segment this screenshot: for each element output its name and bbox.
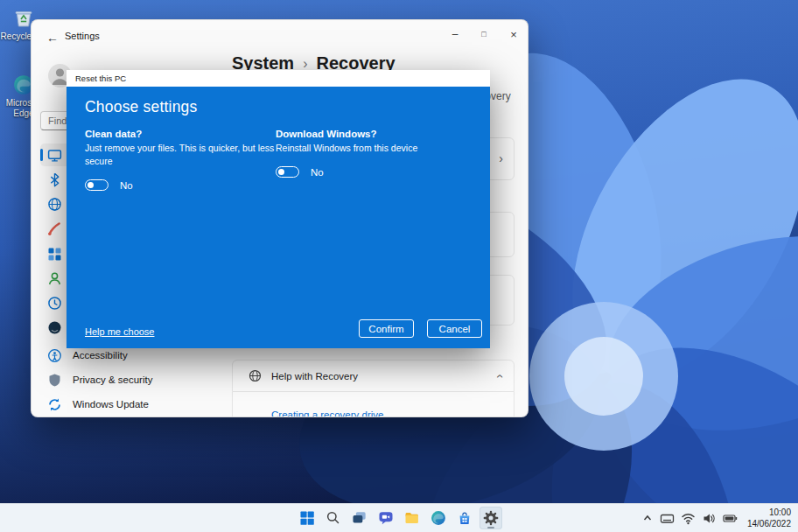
- folder-icon: [403, 509, 421, 527]
- chevron-right-icon: ›: [499, 150, 503, 164]
- start-button[interactable]: [296, 507, 318, 529]
- sidebar-item-label: Accessibility: [73, 350, 128, 360]
- gear-icon: [482, 509, 500, 527]
- chat-button[interactable]: [374, 507, 397, 529]
- help-expander-header[interactable]: Help with Recovery ›: [232, 360, 514, 392]
- toggle-value: No: [311, 167, 324, 178]
- help-expander-body: Creating a recovery drive: [232, 392, 514, 417]
- store-icon: [456, 509, 473, 527]
- close-icon: ×: [510, 28, 517, 41]
- apps-grid-icon: [46, 246, 62, 262]
- globe-icon: [46, 196, 62, 212]
- minimize-icon: –: [452, 28, 458, 40]
- touch-keyboard-icon[interactable]: [660, 511, 675, 526]
- task-view-button[interactable]: [348, 507, 371, 529]
- option-description: Reinstall Windows from this device: [276, 142, 466, 155]
- clean-data-toggle[interactable]: [85, 179, 108, 191]
- chat-icon: [377, 509, 395, 527]
- download-windows-toggle[interactable]: [276, 166, 299, 178]
- globe-help-icon: [248, 369, 262, 382]
- task-view-icon: [351, 509, 368, 527]
- sidebar-item-privacy-security[interactable]: Privacy & security: [40, 368, 238, 391]
- back-arrow-icon: ←: [46, 31, 59, 45]
- maximize-icon: □: [481, 30, 486, 38]
- option-description: Just remove your files. This is quicker,…: [85, 142, 276, 168]
- search-icon: [325, 509, 342, 527]
- edge-icon: [430, 509, 447, 527]
- toggle-knob: [88, 182, 94, 188]
- sidebar-item-label: Privacy & security: [73, 374, 152, 385]
- maximize-button[interactable]: □: [473, 24, 494, 44]
- person-green-icon: [46, 270, 62, 286]
- screen: Recycle Bin Microsoft Edge ← Settings – …: [0, 0, 798, 532]
- battery-icon[interactable]: [723, 511, 738, 526]
- help-expander: Help with Recovery › Creating a recovery…: [232, 360, 514, 417]
- xbox-icon: [46, 319, 62, 335]
- download-windows-option: Download Windows? Reinstall Windows from…: [276, 129, 466, 191]
- file-explorer-button[interactable]: [401, 507, 424, 529]
- help-me-choose-link[interactable]: Help me choose: [85, 326, 155, 337]
- sidebar-item-label: Windows Update: [73, 399, 149, 410]
- dialog-titlebar: Reset this PC: [66, 70, 490, 87]
- search-button[interactable]: [322, 507, 345, 529]
- close-button[interactable]: ×: [503, 24, 524, 44]
- confirm-button[interactable]: Confirm: [359, 319, 414, 338]
- dialog-heading: Choose settings: [85, 98, 198, 116]
- toggle-value: No: [120, 180, 133, 191]
- dialog-title: Reset this PC: [75, 74, 126, 83]
- help-link[interactable]: Creating a recovery drive: [271, 410, 383, 417]
- tray-chevron-up[interactable]: [641, 512, 654, 524]
- tray-clock[interactable]: 10:00 14/06/2022: [747, 507, 791, 529]
- cancel-button[interactable]: Cancel: [427, 319, 482, 338]
- update-arrows-icon: [46, 396, 62, 412]
- window-title: Settings: [65, 31, 100, 41]
- option-title: Clean data?: [85, 129, 276, 139]
- bluetooth-icon: [46, 172, 62, 187]
- windows-logo-icon: [298, 509, 316, 527]
- option-title: Download Windows?: [276, 129, 466, 139]
- chevron-up-icon: [641, 512, 654, 524]
- shield-icon: [46, 372, 62, 388]
- tray-time: 10:00: [747, 507, 791, 518]
- reset-pc-dialog: Reset this PC Choose settings Clean data…: [66, 70, 490, 348]
- minimize-button[interactable]: –: [444, 24, 466, 44]
- dialog-body: Choose settings Clean data? Just remove …: [66, 87, 490, 348]
- wifi-icon[interactable]: [681, 511, 696, 526]
- store-button[interactable]: [453, 507, 476, 529]
- accessibility-icon: [46, 347, 62, 363]
- volume-icon[interactable]: [702, 511, 717, 526]
- tray-date: 14/06/2022: [747, 518, 791, 529]
- brush-icon: [46, 220, 62, 236]
- toggle-knob: [278, 169, 284, 175]
- clean-data-option: Clean data? Just remove your files. This…: [85, 129, 276, 191]
- chevron-up-icon: ›: [493, 374, 507, 378]
- sidebar-item-windows-update[interactable]: Windows Update: [40, 393, 238, 416]
- taskbar: 10:00 14/06/2022: [0, 503, 798, 532]
- help-section-title: Help with Recovery: [271, 371, 358, 382]
- edge-button[interactable]: [427, 507, 450, 529]
- clock-icon: [46, 295, 62, 311]
- system-icon: [46, 147, 62, 163]
- chevron-right-icon: ›: [303, 56, 307, 72]
- back-button[interactable]: ←: [42, 27, 63, 48]
- settings-button[interactable]: [480, 507, 502, 529]
